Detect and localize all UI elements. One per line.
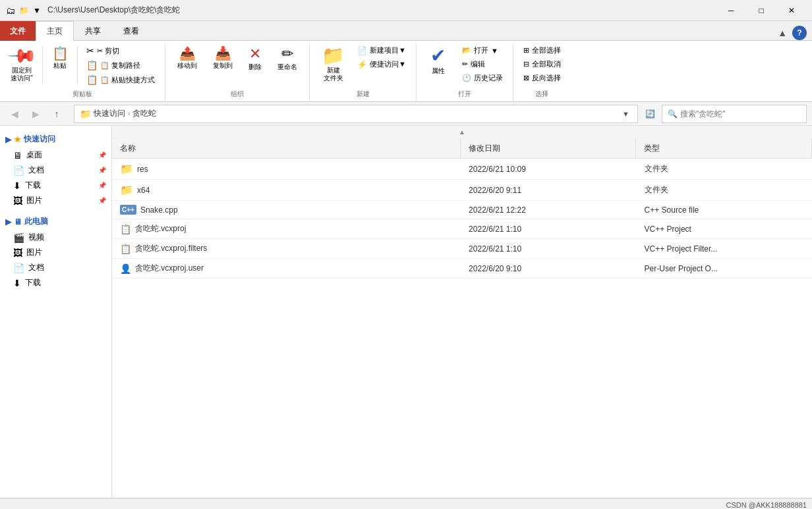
file-row-x64[interactable]: 📁 x64 2022/6/20 9:11 文件夹 <box>112 180 812 201</box>
paste-shortcut-button[interactable]: 📋 📋 粘贴快捷方式 <box>82 72 160 87</box>
select-all-button[interactable]: ⊞ 全部选择 <box>519 43 566 57</box>
clipboard-small-btns: ✂ ✂ 剪切 📋 📋 复制路径 📋 📋 粘贴快捷方式 <box>82 43 160 87</box>
clipboard-content: 📌 固定到速访问" 📋 粘贴 ✂ ✂ 剪切 📋 📋 复制路径 <box>5 43 160 87</box>
file-date-res: 2022/6/21 10:09 <box>461 161 636 178</box>
file-label-snake-cpp: Snake.cpp <box>140 205 178 215</box>
search-bar[interactable]: 🔍 <box>662 105 807 123</box>
sidebar-item-pictures[interactable]: 🖼 图片 📌 <box>0 193 111 208</box>
tab-file[interactable]: 文件 <box>0 21 36 41</box>
title-bar: 🗂 📁 ▼ C:\Users\User\Desktop\贪吃蛇\贪吃蛇 ─ □ … <box>0 0 812 21</box>
this-pc-header[interactable]: ▶ 🖥 此电脑 <box>0 213 111 230</box>
file-label-vcxproj-user: 贪吃蛇.vcxproj.user <box>135 263 204 274</box>
sidebar-item-pc-pictures[interactable]: 🖼 图片 <box>0 245 111 260</box>
vcxproj-user-icon: 👤 <box>120 263 131 274</box>
file-row-snake-cpp[interactable]: C++ Snake.cpp 2022/6/21 12:22 C++ Source… <box>112 201 812 219</box>
delete-icon: ✕ <box>249 47 261 61</box>
col-header-name[interactable]: 名称 <box>112 139 461 158</box>
ribbon-group-new: 📁 新建文件夹 📄 新建项目▼ ⚡ 便捷访问▼ 新建 <box>310 43 417 101</box>
quick-access-header[interactable]: ▶ ★ 快速访问 <box>0 131 111 147</box>
file-type-vcxproj-user: Per-User Project O... <box>637 260 812 277</box>
help-button[interactable]: ? <box>792 26 807 40</box>
sidebar-item-downloads[interactable]: ⬇ 下载 📌 <box>0 178 111 193</box>
open-content: ✔ 属性 📂 打开 ▼ ✏ 编辑 🕐 历史记录 <box>422 43 508 87</box>
minimize-button[interactable]: ─ <box>716 0 746 21</box>
search-icon: 🔍 <box>668 109 678 119</box>
pin-to-quickaccess-button[interactable]: 📌 固定到速访问" <box>5 43 38 86</box>
edit-button[interactable]: ✏ 编辑 <box>457 57 508 71</box>
copy-to-button[interactable]: 📥 复制到 <box>206 43 239 74</box>
file-row-res[interactable]: 📁 res 2022/6/21 10:09 文件夹 <box>112 159 812 180</box>
select-all-icon: ⊞ <box>523 46 529 55</box>
file-label-res: res <box>137 165 148 174</box>
select-none-button[interactable]: ⊟ 全部取消 <box>519 57 566 71</box>
delete-button[interactable]: ✕ 删除 <box>242 43 268 75</box>
history-label: 历史记录 <box>474 73 503 83</box>
sidebar-item-pictures-label: 图片 <box>26 195 42 206</box>
properties-button[interactable]: ✔ 属性 <box>422 43 455 79</box>
file-row-vcxproj[interactable]: 📋 贪吃蛇.vcxproj 2022/6/21 1:10 VC++ Projec… <box>112 219 812 239</box>
cut-button[interactable]: ✂ ✂ 剪切 <box>82 43 160 58</box>
col-header-type[interactable]: 类型 <box>636 139 812 158</box>
this-pc-arrow: ▶ <box>5 217 11 227</box>
open-label: 打开 <box>458 87 471 99</box>
history-button[interactable]: 🕐 历史记录 <box>457 71 508 85</box>
forward-button[interactable]: ▶ <box>26 105 45 123</box>
address-bar[interactable]: 📁 快速访问 › 贪吃蛇 ▼ <box>74 105 638 123</box>
sidebar-item-pc-downloads[interactable]: ⬇ 下载 <box>0 275 111 290</box>
breadcrumb-root[interactable]: 快速访问 <box>94 108 125 119</box>
quick-access-arrow: ▶ <box>5 135 11 144</box>
sidebar-item-desktop-label: 桌面 <box>26 149 42 161</box>
quick-access-arrow[interactable]: ▼ <box>32 5 42 16</box>
open-button[interactable]: 📂 打开 ▼ <box>457 43 508 57</box>
search-input[interactable] <box>680 109 801 119</box>
file-label-vcxproj-filters: 贪吃蛇.vcxproj.filters <box>135 243 207 254</box>
ribbon-collapse-btn[interactable]: ▲ <box>778 28 787 38</box>
sidebar-spacer <box>0 208 111 213</box>
breadcrumb: 快速访问 › 贪吃蛇 <box>94 108 617 119</box>
easy-access-button[interactable]: ⚡ 便捷访问▼ <box>353 57 411 71</box>
rename-icon: ✏ <box>281 47 293 61</box>
file-row-vcxproj-user[interactable]: 👤 贪吃蛇.vcxproj.user 2022/6/20 9:10 Per-Us… <box>112 259 812 279</box>
sidebar-item-videos[interactable]: 🎬 视频 <box>0 230 111 245</box>
new-item-button[interactable]: 📄 新建项目▼ <box>353 43 411 57</box>
edit-label: 编辑 <box>471 59 485 69</box>
tab-share[interactable]: 共享 <box>74 21 112 41</box>
paste-label: 粘贴 <box>53 61 67 70</box>
paste-button[interactable]: 📋 粘贴 <box>47 43 73 74</box>
col-header-date[interactable]: 修改日期 <box>461 139 637 158</box>
status-text: CSDN @AKK188888881 <box>726 501 807 509</box>
videos-icon: 🎬 <box>13 232 24 243</box>
refresh-button[interactable]: 🔄 <box>641 105 659 123</box>
file-row-vcxproj-filters[interactable]: 📋 贪吃蛇.vcxproj.filters 2022/6/21 1:10 VC+… <box>112 239 812 259</box>
new-folder-button[interactable]: 📁 新建文件夹 <box>315 43 351 86</box>
back-button[interactable]: ◀ <box>5 105 24 123</box>
close-button[interactable]: ✕ <box>776 0 807 21</box>
maximize-button[interactable]: □ <box>746 0 776 21</box>
tab-view[interactable]: 查看 <box>112 21 150 41</box>
rename-button[interactable]: ✏ 重命名 <box>271 43 304 75</box>
open-small-btns: 📂 打开 ▼ ✏ 编辑 🕐 历史记录 <box>457 43 508 85</box>
this-pc-label: 此电脑 <box>24 216 48 227</box>
breadcrumb-current[interactable]: 贪吃蛇 <box>132 108 156 119</box>
move-to-button[interactable]: 📤 移动到 <box>171 43 204 74</box>
select-all-label: 全部选择 <box>532 45 561 55</box>
sidebar-item-desktop[interactable]: 🖥 桌面 📌 <box>0 147 111 163</box>
file-type-res: 文件夹 <box>637 159 812 178</box>
address-folder-icon: 📁 <box>80 109 91 119</box>
cut-label: ✂ 剪切 <box>97 46 119 56</box>
sidebar-item-documents[interactable]: 📄 文档 📌 <box>0 163 111 178</box>
file-type-vcxproj: VC++ Project <box>637 221 812 238</box>
sidebar-item-pc-documents[interactable]: 📄 文档 <box>0 260 111 275</box>
invert-select-button[interactable]: ⊠ 反向选择 <box>519 71 566 85</box>
open-arrow: ▼ <box>491 47 498 55</box>
up-button[interactable]: ↑ <box>47 105 66 123</box>
pc-downloads-icon: ⬇ <box>13 278 21 288</box>
tab-home[interactable]: 主页 <box>36 21 74 41</box>
title-bar-app-icons: 🗂 📁 ▼ <box>5 5 42 16</box>
pictures-icon: 🖼 <box>13 196 22 206</box>
copy-path-button[interactable]: 📋 📋 复制路径 <box>82 58 160 72</box>
address-dropdown-btn[interactable]: ▼ <box>620 110 632 118</box>
clipboard-label: 剪贴板 <box>72 87 92 99</box>
file-date-vcxproj-user: 2022/6/20 9:10 <box>461 260 636 277</box>
app-icon-red: 🗂 <box>5 5 16 16</box>
